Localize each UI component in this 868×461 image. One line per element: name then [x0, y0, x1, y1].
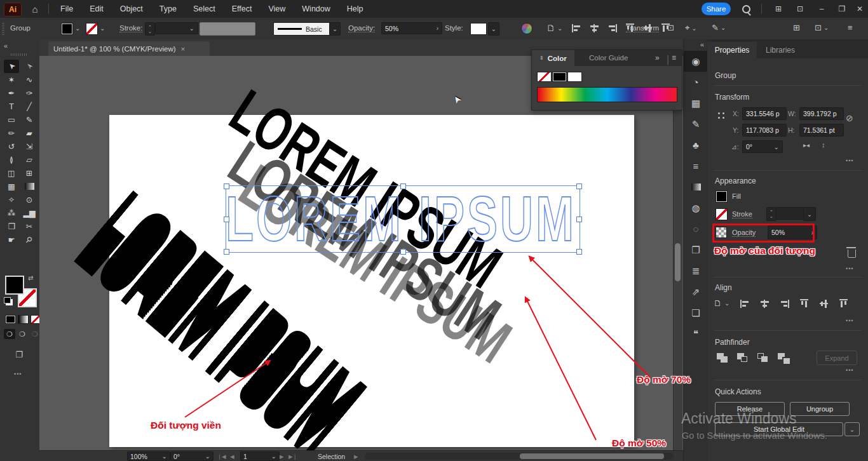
- lasso-tool-icon[interactable]: ∿: [22, 73, 37, 86]
- release-button[interactable]: Release: [715, 402, 785, 416]
- chevron-down-icon[interactable]: ⌄: [332, 25, 337, 32]
- search-icon[interactable]: [742, 5, 750, 13]
- selection-handle[interactable]: [400, 184, 406, 189]
- stepper-down-icon[interactable]: ⌄: [770, 214, 773, 218]
- opacity-field[interactable]: 50% ›: [768, 225, 817, 239]
- zoom-level-select[interactable]: 100% ⌄: [127, 451, 170, 461]
- chevron-down-icon[interactable]: ⌄: [75, 25, 80, 32]
- edit-toolbar-icon[interactable]: •••: [14, 371, 22, 377]
- brushes-panel-icon[interactable]: ✎: [684, 114, 708, 135]
- stroke-color-swatch[interactable]: [86, 23, 98, 35]
- start-global-edit-button[interactable]: Start Global Edit: [715, 422, 843, 436]
- align-left-icon[interactable]: [740, 300, 750, 308]
- graphic-styles-panel-icon[interactable]: ❐: [684, 239, 708, 260]
- align-to-artboard-icon[interactable]: 🗋: [714, 298, 722, 308]
- stroke-panel-icon[interactable]: ≡: [684, 156, 708, 177]
- chevron-down-icon[interactable]: ⌄: [824, 24, 829, 31]
- chevron-down-icon[interactable]: ⌄: [850, 426, 855, 433]
- selection-handle[interactable]: [224, 184, 229, 189]
- align-left-icon[interactable]: [572, 24, 581, 32]
- menu-item[interactable]: File: [52, 0, 81, 18]
- line-segment-tool-icon[interactable]: ╱: [22, 100, 37, 113]
- align-to-control[interactable]: 🗋 ⌄: [714, 298, 729, 308]
- gradient-panel-icon[interactable]: [684, 177, 708, 197]
- chevron-down-icon[interactable]: ⌄: [774, 144, 779, 150]
- default-fill-stroke-icon[interactable]: [4, 297, 11, 304]
- brush-select-chevron[interactable]: ⌄: [329, 22, 341, 36]
- chevron-down-icon[interactable]: ⌄: [807, 211, 812, 218]
- pathfinder-minus-front-icon[interactable]: [737, 353, 748, 363]
- symbol-sprayer-tool-icon[interactable]: ⁂: [4, 206, 19, 220]
- chevron-down-icon[interactable]: ⌄: [271, 453, 276, 460]
- tab-color-guide[interactable]: Color Guide: [589, 54, 628, 62]
- variable-width-profile[interactable]: Basic: [273, 22, 337, 36]
- transparency-panel-icon[interactable]: ◍: [684, 197, 708, 218]
- recolor-artwork-icon[interactable]: [521, 23, 532, 34]
- perspective-grid-tool-icon[interactable]: ⊞: [22, 166, 37, 180]
- stepper-up-icon[interactable]: ⌃: [148, 25, 152, 29]
- vertical-scrollbar[interactable]: [673, 56, 682, 450]
- y-field[interactable]: 117.7083 p: [742, 124, 787, 137]
- chevron-down-icon[interactable]: ⌄: [691, 25, 696, 32]
- column-graph-tool-icon[interactable]: ▂▆: [22, 206, 37, 220]
- panel-menu-icon[interactable]: ≡: [672, 53, 676, 62]
- ungroup-button[interactable]: Ungroup: [790, 402, 850, 416]
- style-select-chevron[interactable]: ⌄: [488, 22, 499, 36]
- export-panel-icon[interactable]: ⇗: [684, 281, 708, 302]
- document-tab[interactable]: Untitled-1* @ 100 % (CMYK/Preview) ×: [48, 41, 210, 56]
- previous-artboard-icon[interactable]: ◀: [230, 453, 234, 460]
- pen-tool-icon[interactable]: ✒: [4, 86, 19, 100]
- select-similar-control[interactable]: ⌖ ⌄: [685, 23, 697, 33]
- chevron-down-icon[interactable]: ⌄: [162, 453, 167, 460]
- stroke-swatch[interactable]: [715, 208, 728, 220]
- selection-handle[interactable]: [576, 217, 582, 222]
- stroke-weight-select[interactable]: ⌄: [155, 22, 198, 34]
- selection-handle[interactable]: [576, 249, 582, 255]
- home-icon[interactable]: ⌂: [25, 0, 44, 18]
- reference-point-grid[interactable]: [716, 110, 727, 121]
- opacity-swatch[interactable]: [715, 227, 727, 238]
- artboard-navigation-select[interactable]: 1 ⌄: [240, 451, 280, 461]
- align-top-icon[interactable]: [800, 299, 808, 309]
- color-spectrum-bar[interactable]: [537, 87, 677, 102]
- tab-libraries[interactable]: Libraries: [761, 42, 800, 58]
- mesh-tool-icon[interactable]: ▦: [4, 180, 19, 193]
- more-options-icon[interactable]: •••: [846, 367, 853, 373]
- chevron-down-icon[interactable]: ⌄: [100, 25, 105, 32]
- more-options-icon[interactable]: •••: [846, 157, 853, 164]
- symbols-panel-icon[interactable]: ♣: [684, 135, 708, 156]
- chevron-down-icon[interactable]: ⌄: [721, 24, 726, 31]
- comments-panel-icon[interactable]: ❝: [684, 323, 708, 344]
- panel-menu-icon[interactable]: ≡: [848, 23, 853, 32]
- rectangle-tool-icon[interactable]: ▭: [4, 113, 19, 126]
- align-right-icon[interactable]: [780, 300, 789, 308]
- direct-selection-tool-icon[interactable]: ➢: [22, 60, 37, 73]
- scale-tool-icon[interactable]: ⇲: [22, 140, 37, 153]
- type-tool-icon[interactable]: T: [4, 100, 19, 113]
- selection-handle[interactable]: [400, 249, 406, 255]
- panel-collapse-icon[interactable]: ⇕: [539, 55, 544, 61]
- free-transform-tool-icon[interactable]: ▱: [22, 153, 37, 166]
- white-swatch[interactable]: [567, 72, 582, 82]
- stepper-down-icon[interactable]: ⌄: [148, 29, 152, 34]
- menu-item[interactable]: Select: [185, 0, 224, 18]
- select-similar-icon[interactable]: ⌖: [685, 23, 689, 33]
- chevron-down-icon[interactable]: ⌄: [189, 25, 194, 32]
- document-layout-icon[interactable]: ⊡: [790, 0, 810, 18]
- isolate-object-icon[interactable]: ⊡: [667, 23, 674, 32]
- fill-label[interactable]: Fill: [732, 192, 741, 200]
- shaper-tool-icon[interactable]: ✏: [4, 126, 19, 140]
- selection-handle[interactable]: [224, 217, 229, 222]
- stroke-weight-stepper[interactable]: ⌃ ⌄: [766, 207, 776, 221]
- scrollbar-thumb[interactable]: [675, 243, 681, 281]
- swap-fill-stroke-icon[interactable]: ⇄: [28, 274, 33, 281]
- tab-color[interactable]: ⇕ Color: [532, 50, 574, 66]
- constrain-proportions-icon[interactable]: ⊘: [846, 113, 853, 123]
- chevron-down-icon[interactable]: ⌄: [724, 300, 729, 307]
- global-edit-chevron[interactable]: ⌄: [844, 422, 860, 436]
- color-button[interactable]: [5, 315, 16, 324]
- hand-tool-icon[interactable]: ☛: [4, 233, 19, 246]
- first-artboard-icon[interactable]: ❘◀: [217, 453, 226, 460]
- workspace-icon[interactable]: ⊡: [815, 23, 822, 32]
- horizontal-scrollbar[interactable]: [365, 453, 674, 460]
